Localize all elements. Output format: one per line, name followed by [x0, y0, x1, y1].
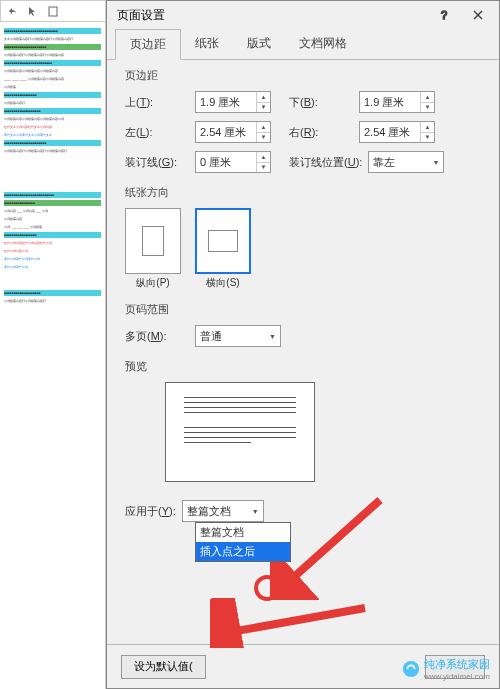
- orientation-heading: 纸张方向: [125, 185, 481, 200]
- multi-select[interactable]: 普通▼: [195, 325, 281, 347]
- orientation-landscape[interactable]: [195, 208, 251, 274]
- top-label: 上(T):: [125, 95, 189, 110]
- document-preview: ■■■■■■■■■■■■■■■■■■■■■■■■■■■■ 文本示例段落内容行示例…: [0, 22, 106, 689]
- left-label: 左(L):: [125, 125, 189, 140]
- gutter-pos-label: 装订线位置(U):: [289, 155, 362, 170]
- landscape-label: 横向(S): [195, 276, 251, 290]
- right-input[interactable]: 2.54 厘米▲▼: [359, 121, 435, 143]
- apply-to-row: 应用于(Y): 整篇文档▼ 整篇文档 插入点之后: [125, 500, 481, 522]
- tab-margins[interactable]: 页边距: [115, 29, 181, 60]
- landscape-icon: [208, 230, 238, 252]
- pages-section: 页码范围 多页(M): 普通▼: [125, 302, 481, 347]
- apply-dropdown: 整篇文档 插入点之后: [195, 522, 291, 562]
- set-default-button[interactable]: 设为默认值(: [121, 655, 206, 679]
- portrait-icon: [142, 226, 164, 256]
- clipboard-icon[interactable]: [47, 5, 59, 17]
- svg-rect-0: [49, 7, 57, 16]
- tab-paper[interactable]: 纸张: [181, 29, 233, 59]
- help-button[interactable]: ?: [427, 4, 461, 26]
- portrait-label: 纵向(P): [125, 276, 181, 290]
- preview-section: 预览: [125, 359, 481, 482]
- right-label: 右(R):: [289, 125, 353, 140]
- watermark-icon: [402, 660, 420, 678]
- tab-strip: 页边距 纸张 版式 文档网格: [107, 29, 499, 60]
- close-button[interactable]: [461, 4, 495, 26]
- preview-pane: [165, 382, 315, 482]
- multi-label: 多页(M):: [125, 329, 189, 344]
- margins-heading: 页边距: [125, 68, 481, 83]
- tab-layout[interactable]: 版式: [233, 29, 285, 59]
- dialog-body: 页边距 上(T): 1.9 厘米▲▼ 下(B): 1.9 厘米▲▼ 左(L): …: [107, 60, 499, 644]
- pages-heading: 页码范围: [125, 302, 481, 317]
- app-background: ■■■■■■■■■■■■■■■■■■■■■■■■■■■■ 文本示例段落内容行示例…: [0, 0, 500, 689]
- cursor-icon[interactable]: [27, 5, 39, 17]
- svg-point-2: [403, 661, 419, 677]
- svg-text:?: ?: [441, 10, 447, 20]
- tab-grid[interactable]: 文档网格: [285, 29, 361, 59]
- dialog-title: 页面设置: [117, 7, 165, 24]
- apply-label: 应用于(Y):: [125, 504, 176, 519]
- undo-icon[interactable]: [7, 5, 19, 17]
- apply-select[interactable]: 整篇文档▼: [182, 500, 264, 522]
- margins-section: 页边距 上(T): 1.9 厘米▲▼ 下(B): 1.9 厘米▲▼ 左(L): …: [125, 68, 481, 173]
- gutter-input[interactable]: 0 厘米▲▼: [195, 151, 271, 173]
- orientation-portrait[interactable]: [125, 208, 181, 274]
- gutter-label: 装订线(G):: [125, 155, 189, 170]
- left-input[interactable]: 2.54 厘米▲▼: [195, 121, 271, 143]
- apply-option-after[interactable]: 插入点之后: [196, 542, 290, 561]
- bottom-input[interactable]: 1.9 厘米▲▼: [359, 91, 435, 113]
- orientation-section: 纸张方向 纵向(P) 横向(S): [125, 185, 481, 290]
- bottom-label: 下(B):: [289, 95, 353, 110]
- mini-toolbar: [0, 0, 106, 22]
- watermark-text: 纯净系统家园: [424, 657, 490, 672]
- gutter-pos-select[interactable]: 靠左▼: [368, 151, 444, 173]
- dialog-titlebar: 页面设置 ?: [107, 1, 499, 29]
- watermark: 纯净系统家园 www.yidaimei.com: [402, 657, 490, 681]
- top-input[interactable]: 1.9 厘米▲▼: [195, 91, 271, 113]
- page-setup-dialog: 页面设置 ? 页边距 纸张 版式 文档网格 页边距 上(T): 1.9 厘米▲▼…: [106, 0, 500, 689]
- watermark-url: www.yidaimei.com: [424, 672, 490, 681]
- preview-heading: 预览: [125, 359, 481, 374]
- apply-option-all[interactable]: 整篇文档: [196, 523, 290, 542]
